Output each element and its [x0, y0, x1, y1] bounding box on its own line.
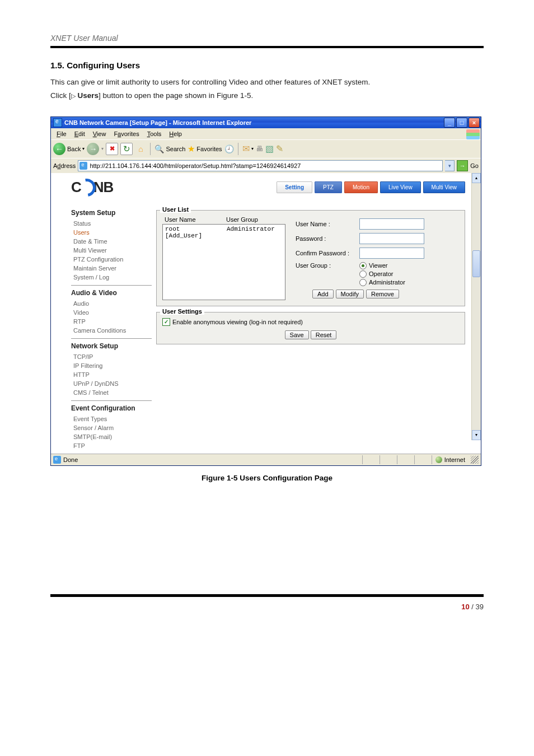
sidebar-item-tcpip[interactable]: TCP/IP: [71, 352, 154, 361]
input-confirm-password[interactable]: [359, 248, 424, 259]
menu-edit[interactable]: Edit: [71, 129, 88, 138]
sidebar-item-users[interactable]: Users: [71, 228, 154, 237]
sidebar-separator: [71, 285, 152, 286]
tab-multi-view[interactable]: Multi View: [423, 181, 465, 193]
sidebar-separator-2: [71, 338, 152, 339]
menu-help[interactable]: Help: [166, 129, 185, 138]
radio-administrator[interactable]: [359, 279, 367, 286]
sidebar-item-rtp[interactable]: RTP: [71, 317, 154, 326]
footer-rule: [50, 594, 484, 597]
discuss-button[interactable]: ✎: [276, 143, 283, 154]
search-button[interactable]: 🔍Search: [154, 144, 185, 153]
windows-flag-icon: [466, 129, 480, 139]
intro-text: This can give or limit authority to user…: [50, 76, 484, 89]
toolbar-separator-2: [238, 143, 238, 155]
triangle-icon: ▷: [71, 91, 76, 102]
menu-view[interactable]: View: [90, 129, 110, 138]
menu-tools[interactable]: Tools: [144, 129, 165, 138]
sidebar-group-system: System Setup: [71, 209, 154, 217]
go-label: Go: [470, 162, 479, 169]
page-content: ▴ ▾ CNB Setting PTZ Motion Live View Mul…: [51, 173, 481, 454]
back-button[interactable]: ←Back ▾: [53, 143, 85, 155]
modify-button[interactable]: Modify: [336, 290, 364, 298]
sidebar-item-datetime[interactable]: Date & Time: [71, 237, 154, 246]
sidebar-item-status[interactable]: Status: [71, 219, 154, 228]
checkbox-anonymous[interactable]: [162, 318, 170, 326]
list-row-add-user[interactable]: [Add_User]: [165, 232, 283, 239]
internet-icon: [435, 456, 442, 463]
sidebar-item-ipfilter[interactable]: IP Filtering: [71, 361, 154, 370]
label-usergroup: User Group :: [296, 262, 357, 269]
print-button[interactable]: 🖶: [256, 144, 263, 153]
click-instruction: Click [▷ Users] button to open the page …: [50, 89, 484, 102]
sidebar-item-syslog[interactable]: System / Log: [71, 273, 154, 282]
addressbar: Address ▾ → Go: [51, 158, 481, 173]
ie-icon: [53, 118, 62, 127]
radio-operator[interactable]: [359, 270, 367, 278]
sidebar-item-ptz-config[interactable]: PTZ Configuration: [71, 255, 154, 264]
minimize-button[interactable]: _: [444, 118, 455, 128]
status-internet: Internet: [444, 456, 465, 463]
input-password[interactable]: [359, 233, 424, 244]
sidebar-item-ftp[interactable]: FTP: [71, 441, 154, 450]
sidebar-item-video[interactable]: Video: [71, 308, 154, 317]
favorites-button[interactable]: ★Favorites: [188, 144, 222, 154]
window-titlebar: CNB Network Camera [Setup Page] - Micros…: [51, 117, 481, 128]
add-button[interactable]: Add: [312, 290, 334, 298]
page-number: 10 / 39: [50, 603, 484, 611]
toolbar: ←Back ▾ → ▾ ✖ ↻ ⌂ 🔍Search ★Favorites 🕘 ✉…: [51, 139, 481, 158]
tab-motion[interactable]: Motion: [344, 181, 378, 193]
save-button[interactable]: Save: [285, 330, 309, 339]
reset-button[interactable]: Reset: [311, 330, 337, 339]
address-dropdown[interactable]: ▾: [445, 160, 455, 171]
sidebar-item-maintain[interactable]: Maintain Server: [71, 264, 154, 273]
panel-user-list: User List User Name User Group: [156, 210, 465, 306]
sidebar-group-av: Audio & Video: [71, 289, 154, 297]
go-button[interactable]: →: [457, 160, 468, 171]
radio-label-administrator: Administrator: [369, 279, 405, 286]
menu-favorites[interactable]: Favorites: [110, 129, 142, 138]
sidebar-item-sensor[interactable]: Sensor / Alarm: [71, 423, 154, 432]
tab-setting[interactable]: Setting: [277, 181, 312, 193]
edit-button[interactable]: ▧: [265, 143, 274, 154]
scroll-down-icon[interactable]: ▾: [472, 430, 481, 440]
vertical-scrollbar[interactable]: ▴ ▾: [471, 173, 481, 440]
sidebar-item-event-types[interactable]: Event Types: [71, 414, 154, 423]
list-row-root[interactable]: rootAdministrator: [165, 226, 283, 232]
click-suffix: ] button to open the page shown in Figur…: [99, 91, 253, 100]
label-username: User Name :: [296, 221, 357, 227]
maximize-button[interactable]: □: [456, 118, 467, 128]
status-done: Done: [63, 456, 78, 463]
window-title: CNB Network Camera [Setup Page] - Micros…: [64, 119, 444, 126]
legend-user-list: User List: [160, 206, 191, 213]
sidebar-item-cms[interactable]: CMS / Telnet: [71, 388, 154, 397]
input-username[interactable]: [359, 218, 424, 230]
user-listbox[interactable]: rootAdministrator [Add_User]: [162, 224, 285, 300]
address-input[interactable]: [78, 160, 443, 171]
radio-label-viewer: Viewer: [369, 262, 387, 269]
menu-file[interactable]: FFileile: [53, 129, 70, 138]
sidebar-item-http[interactable]: HTTP: [71, 370, 154, 379]
stop-button[interactable]: ✖: [106, 143, 118, 155]
scroll-thumb[interactable]: [472, 250, 480, 277]
tab-ptz[interactable]: PTZ: [315, 181, 342, 193]
home-button[interactable]: ⌂: [135, 143, 146, 155]
sidebar-item-camera-cond[interactable]: Camera Conditions: [71, 326, 154, 335]
sidebar-item-smtp[interactable]: SMTP(E-mail): [71, 432, 154, 441]
mail-button[interactable]: ✉▾: [242, 143, 254, 154]
forward-button[interactable]: →: [87, 143, 99, 155]
sidebar-item-audio[interactable]: Audio: [71, 299, 154, 308]
scroll-up-icon[interactable]: ▴: [472, 173, 481, 183]
history-button[interactable]: 🕘: [224, 144, 234, 153]
resize-grip-icon[interactable]: [471, 456, 479, 464]
address-label: Address: [53, 162, 76, 169]
remove-button[interactable]: Remove: [366, 290, 399, 298]
radio-viewer[interactable]: [359, 262, 367, 269]
browser-window: CNB Network Camera [Setup Page] - Micros…: [50, 116, 481, 466]
radio-label-operator: Operator: [369, 270, 393, 277]
refresh-button[interactable]: ↻: [120, 143, 133, 155]
tab-live-view[interactable]: Live View: [380, 181, 421, 193]
sidebar-item-multiviewer[interactable]: Multi Viewer: [71, 246, 154, 255]
close-button[interactable]: ×: [469, 118, 480, 128]
sidebar-item-upnp[interactable]: UPnP / DynDNS: [71, 379, 154, 388]
